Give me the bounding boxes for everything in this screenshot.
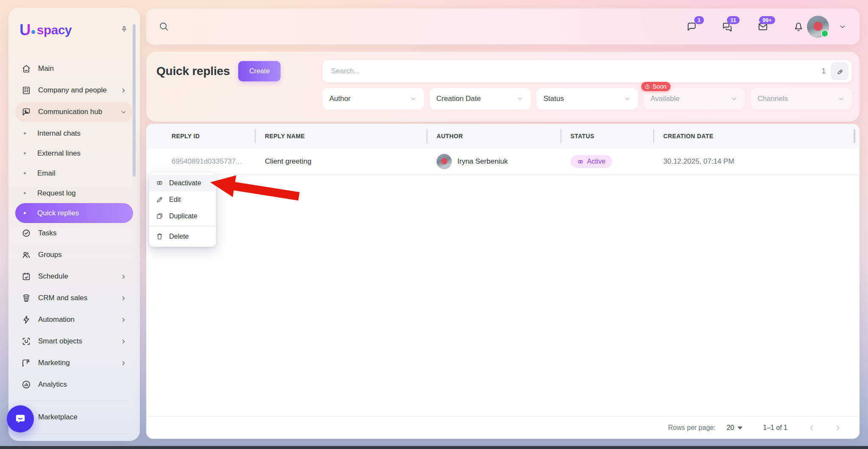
sidebar-item-company-and-people[interactable]: Company and people (15, 80, 133, 100)
chats-button[interactable]: 11 (721, 21, 733, 33)
menu-item-edit[interactable]: Edit (149, 191, 216, 208)
sidebar-item-label: External lines (37, 149, 81, 158)
filter-label: Available (651, 95, 680, 103)
clock-icon (644, 84, 651, 90)
column-header-reply-name: REPLY NAME (255, 124, 426, 148)
sidebar-item-quick-replies[interactable]: Quick replies (15, 203, 133, 223)
pagination: Rows per page: 20 1–1 of 1 (146, 416, 860, 439)
chevron-down-icon (409, 95, 417, 103)
sidebar-item-crm-and-sales[interactable]: CRM and sales (15, 288, 133, 308)
mail-button[interactable]: 99+ (757, 21, 769, 33)
filter-author[interactable]: Author (323, 88, 424, 109)
global-search-icon[interactable] (158, 21, 170, 32)
next-page-button[interactable] (833, 423, 843, 432)
pin-sidebar-icon[interactable] (120, 25, 129, 34)
title-row: Quick replies Create (156, 60, 314, 82)
analytics-icon (21, 379, 31, 390)
sidebar-item-label: Internal chats (37, 129, 81, 138)
chat-button[interactable]: 1 (686, 21, 698, 33)
sidebar-item-external-lines[interactable]: External lines (15, 143, 133, 163)
bullet-icon (24, 152, 26, 154)
logo-letter: U (19, 22, 31, 38)
filter-creation-date[interactable]: Creation Date (430, 88, 531, 109)
sidebar: U spacy MainCompany and peopleCommunicat… (8, 8, 140, 441)
sidebar-item-email[interactable]: Email (15, 163, 133, 183)
cell-creation-date: 30.12.2025, 07:14 PM (653, 157, 860, 166)
sidebar-item-label: Schedule (38, 272, 120, 281)
sidebar-item-label: Tasks (38, 229, 127, 237)
table-row[interactable]: 69540891d0335737...Client greetingIryna … (146, 148, 860, 175)
menu-item-duplicate[interactable]: Duplicate (149, 208, 216, 224)
topbar: 11199+ (146, 8, 860, 45)
previous-page-button[interactable] (807, 423, 816, 432)
support-chat-button[interactable] (7, 405, 34, 432)
toggle-icon (156, 179, 164, 187)
bullet-icon (24, 192, 26, 194)
sidebar-divider (19, 433, 129, 434)
app-root: { "app": {"logo_letter": "U", "logo_text… (0, 0, 868, 449)
online-status-dot (821, 30, 829, 37)
create-button[interactable]: Create (238, 61, 281, 81)
chevron-down-icon (623, 95, 631, 103)
cell-author: Iryna Serbeniuk (426, 154, 560, 169)
sidebar-item-communication-hub[interactable]: Communication hub (15, 102, 133, 122)
uspacy-logo[interactable]: U spacy (19, 22, 72, 38)
pencil-icon (156, 195, 164, 204)
sidebar-item-schedule[interactable]: Schedule (15, 266, 133, 287)
bell-icon (793, 21, 804, 33)
trash-icon (156, 232, 164, 240)
crm-icon (21, 293, 31, 303)
rows-per-page-label: Rows per page: (668, 424, 715, 432)
sidebar-nav: MainCompany and peopleCommunication hubI… (8, 41, 140, 441)
row-context-menu: DeactivateEditDuplicateDelete (149, 173, 216, 247)
bullet-icon (24, 172, 26, 174)
sidebar-item-smart-objects[interactable]: Smart objects (15, 331, 133, 351)
page-title: Quick replies (156, 64, 230, 78)
sidebar-item-main[interactable]: Main (15, 59, 133, 79)
automation-icon (21, 315, 31, 325)
sidebar-item-label: Quick replies (37, 209, 79, 218)
sidebar-item-automation[interactable]: Automation (15, 310, 133, 330)
rows-per-page-value: 20 (726, 424, 734, 432)
copy-icon (156, 212, 164, 220)
sidebar-item-settings[interactable]: Settings (15, 440, 133, 441)
schedule-icon (21, 271, 31, 282)
sidebar-item-label: Analytics (38, 380, 127, 389)
sidebar-item-groups[interactable]: Groups (15, 245, 133, 265)
column-header-author: AUTHOR (426, 124, 560, 148)
filter-status[interactable]: Status (537, 88, 638, 109)
filter-label: Status (543, 95, 564, 103)
sidebar-item-analytics[interactable]: Analytics (15, 374, 133, 395)
pagination-range: 1–1 of 1 (763, 424, 787, 432)
header-right-separator (854, 129, 855, 143)
sidebar-item-marketing[interactable]: Marketing (15, 353, 133, 373)
sidebar-item-label: Groups (38, 251, 127, 259)
user-menu[interactable] (807, 16, 829, 38)
menu-item-delete[interactable]: Delete (149, 228, 216, 245)
smart-objects-icon (21, 336, 31, 346)
sidebar-header: U spacy (8, 8, 140, 41)
sidebar-item-internal-chats[interactable]: Internal chats (15, 123, 133, 143)
filters-panel: Quick replies Create 1 AuthorCreation Da… (146, 52, 860, 122)
cell-reply-id: 69540891d0335737... (146, 157, 255, 166)
profile-chevron-down-icon[interactable] (838, 22, 847, 31)
sidebar-item-tasks[interactable]: Tasks (15, 223, 133, 243)
status-badge: Active (570, 155, 612, 168)
bell-button[interactable] (793, 21, 804, 33)
groups-icon (21, 250, 31, 260)
toggle-icon (577, 158, 584, 165)
menu-item-deactivate[interactable]: Deactivate (149, 175, 216, 191)
bullet-icon (24, 132, 26, 134)
clear-filters-button[interactable] (831, 62, 849, 80)
sidebar-item-label: Company and people (38, 86, 120, 95)
table-header: REPLY IDREPLY NAMEAUTHORSTATUSCREATION D… (146, 124, 860, 148)
bullet-icon (24, 212, 26, 214)
rows-per-page-select[interactable]: 20 (726, 424, 743, 432)
sidebar-divider (19, 401, 129, 401)
table-body: 69540891d0335737...Client greetingIryna … (146, 148, 860, 175)
search-input[interactable] (330, 67, 822, 76)
notification-badge: 99+ (759, 16, 775, 24)
menu-item-label: Edit (169, 196, 181, 204)
sidebar-scrollbar[interactable] (133, 24, 136, 177)
sidebar-item-request-log[interactable]: Request log (15, 183, 133, 203)
